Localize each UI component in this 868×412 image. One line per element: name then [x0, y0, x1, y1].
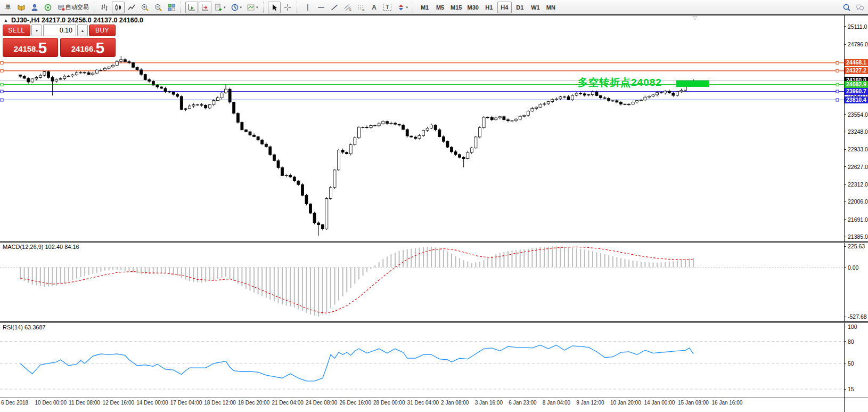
trendline-icon — [330, 3, 339, 12]
zoom-in-icon — [141, 3, 149, 12]
vertical-line-button[interactable] — [301, 2, 314, 13]
chevron-down-icon: ▾ — [224, 5, 226, 10]
auto-scroll-icon — [187, 3, 196, 12]
timeframe-M5[interactable]: M5 — [433, 2, 447, 13]
volume-input[interactable] — [43, 25, 76, 36]
zoom-out-button[interactable] — [152, 2, 165, 13]
axis-tick — [844, 327, 846, 327]
auto-scroll-button[interactable] — [185, 2, 198, 13]
chat-button[interactable] — [854, 2, 866, 13]
timeframe-M15[interactable]: M15 — [448, 2, 464, 13]
axis-tick-label: 21691.0 — [848, 216, 868, 223]
line-chart-button[interactable] — [125, 2, 138, 13]
trendline-button[interactable] — [328, 2, 341, 13]
depth-of-market-button[interactable] — [28, 2, 41, 13]
time-axis-label: 6 Jan 23:00 — [509, 400, 536, 406]
chart-annotation-highlight[interactable] — [676, 80, 709, 87]
market-watch-button[interactable] — [15, 2, 28, 13]
axis-tick-label: 80 — [848, 338, 854, 345]
timeframe-M30[interactable]: M30 — [465, 2, 480, 13]
chart-annotation-text[interactable]: 多空转折点24082 — [578, 76, 662, 90]
channel-button[interactable]: E — [341, 2, 354, 13]
time-axis-label: 21 Dec 04:00 — [272, 400, 304, 406]
signal-icon — [44, 3, 52, 12]
price-line-label[interactable]: 24327.2 — [845, 67, 868, 74]
axis-tick-label: 25111.0 — [848, 23, 867, 30]
timeframe-MN[interactable]: MN — [544, 2, 558, 13]
svg-text:E: E — [349, 8, 351, 11]
chart-shift-button[interactable] — [199, 2, 211, 13]
text-label-button[interactable]: T — [381, 2, 394, 13]
axis-tick — [844, 341, 846, 342]
toolbar-separator — [413, 2, 415, 13]
axis-tick-label: 21385.0 — [848, 233, 868, 240]
buy-price-frac: 5 — [96, 40, 105, 56]
tile-windows-button[interactable] — [165, 2, 178, 13]
price-line-label[interactable]: 23810.4 — [845, 96, 868, 103]
fibonacci-button[interactable]: F — [355, 2, 367, 13]
timeframe-toolbar: M1M5M15M30H1H4D1W1MN — [417, 2, 558, 13]
buy-price-box[interactable]: 24166.5 — [60, 38, 116, 57]
toolbar-separator — [181, 2, 183, 13]
cursor-button[interactable] — [268, 2, 281, 13]
periods-button[interactable]: ▾ — [228, 2, 244, 13]
tile-grid-icon — [167, 3, 176, 12]
axis-tick — [844, 363, 846, 363]
buy-button-label: BUY — [95, 27, 109, 34]
toolbar-separator — [94, 2, 96, 13]
candlestick-chart-button[interactable] — [112, 2, 125, 13]
indicators-button[interactable]: ▾ — [212, 2, 228, 13]
axis-tick — [844, 26, 846, 27]
timeframe-M1[interactable]: M1 — [417, 2, 432, 13]
sell-price-box[interactable]: 24158.5 — [3, 38, 58, 57]
templates-button[interactable]: ▾ — [244, 2, 260, 13]
zoom-out-icon — [154, 3, 162, 12]
clock-icon — [231, 3, 239, 12]
buy-button[interactable]: BUY — [89, 25, 116, 36]
zoom-in-button[interactable] — [138, 2, 151, 13]
timeframe-W1[interactable]: W1 — [528, 2, 543, 13]
new-order-button[interactable]: 单 — [2, 2, 14, 13]
time-axis-label: 9 Jan 12:00 — [576, 400, 604, 406]
pane-separator[interactable] — [0, 321, 868, 323]
arrows-tool-button[interactable]: ▾ — [395, 2, 411, 13]
axis-tick-label: 100 — [848, 324, 857, 330]
volume-increase-button[interactable]: ▲ — [77, 25, 88, 36]
timeframe-H1[interactable]: H1 — [482, 2, 496, 13]
price-line-label[interactable]: 24468.1 — [845, 59, 868, 66]
axis-tick-label: 22006.0 — [848, 198, 868, 205]
axis-tick — [844, 246, 846, 247]
axis-tick — [844, 166, 846, 167]
chart-title-text: DJ30-,H4 24217.0 24256.0 24137.0 24160.0 — [11, 17, 143, 24]
sell-button[interactable]: SELL — [3, 25, 30, 36]
line-chart-icon — [127, 3, 136, 12]
search-button[interactable] — [840, 2, 853, 13]
ohlc-bars-icon — [101, 3, 109, 12]
price-line-label[interactable]: 23960.7 — [845, 88, 868, 95]
text-a-icon: A — [372, 4, 376, 11]
time-axis-label: 16 Jan 16:00 — [712, 400, 743, 406]
timeframe-H4[interactable]: H4 — [497, 2, 512, 13]
cursor-icon — [270, 3, 279, 12]
axis-tick — [844, 114, 846, 115]
scroll-anchor-icon[interactable]: ▽ — [693, 15, 697, 21]
bar-chart-button[interactable] — [99, 2, 111, 13]
text-tool-button[interactable]: A — [368, 2, 381, 13]
crosshair-button[interactable] — [281, 2, 294, 13]
mt4-terminal-window: 单 自动交易 ▾ ▾ ▾ E F A T ▾ M1M5M15M30H1H4D1W… — [0, 0, 868, 412]
chevron-down-icon: ▾ — [406, 5, 408, 10]
text-label-icon: T — [383, 4, 391, 11]
horizontal-line-button[interactable] — [315, 2, 327, 13]
pane-separator[interactable] — [0, 241, 868, 243]
chart-window-top-border — [0, 14, 868, 15]
axis-tick — [844, 389, 846, 390]
autotrade-robot-icon — [57, 3, 65, 12]
arrows-icon — [397, 3, 405, 12]
price-line-label[interactable]: 24082.9 — [845, 81, 868, 88]
volume-decrease-button[interactable]: ▼ — [31, 25, 42, 36]
timeframe-D1[interactable]: D1 — [513, 2, 527, 13]
chevron-down-icon: ▾ — [256, 5, 258, 10]
signals-button[interactable] — [42, 2, 54, 13]
autotrade-button[interactable]: 自动交易 — [55, 2, 91, 13]
collapse-arrow-icon[interactable]: ▲ — [4, 18, 8, 23]
